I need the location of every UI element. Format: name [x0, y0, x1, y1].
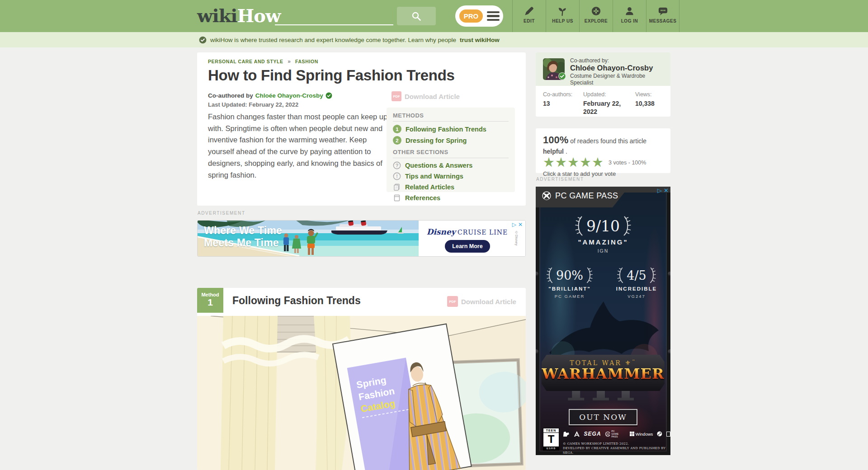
adchoices-icon[interactable]: ▷ [512, 222, 516, 227]
section-link-questions[interactable]: ? Questions & Answers [393, 161, 509, 169]
menu-item-help-us[interactable]: HELP US [546, 0, 579, 32]
pc-game-pass-header: PC GAME PASS [536, 187, 670, 207]
other-sections-heading: OTHER SECTIONS [393, 149, 509, 158]
trust-wikihow-link[interactable]: trust wikiHow [460, 37, 500, 43]
article-illustration[interactable]: Spring Fashion Catalog [197, 316, 526, 470]
laurel-icon [575, 216, 584, 236]
search-button[interactable] [397, 7, 436, 25]
method-link-2[interactable]: 2 Dressing for Spring [393, 136, 509, 145]
steam-icon [657, 431, 662, 437]
windows-icon [630, 432, 634, 436]
method-1-section: Method 1 Following Fashion Trends PDF Do… [197, 288, 526, 470]
ad-close-icon[interactable]: ✕ [664, 188, 669, 193]
star-icon[interactable]: ★ [567, 156, 580, 169]
menu-item-explore[interactable]: EXPLORE [579, 0, 613, 32]
score-text: 9/10 [586, 217, 620, 235]
method-number-box: Method 1 [197, 288, 223, 313]
adchoices-controls: ▷ ✕ [512, 222, 523, 227]
helpful-bold: helpful [543, 148, 564, 155]
ad-headline: Where We Time Meets Me Time [204, 225, 282, 249]
coauthor-name[interactable]: Chloée Ohayon-Crosby [570, 64, 653, 72]
esrb-teen-label: TEEN [543, 428, 559, 433]
star-icon[interactable]: ★ [543, 156, 555, 169]
menu-item-messages[interactable]: MESSAGES [646, 0, 679, 32]
sprout-icon [557, 6, 568, 16]
breadcrumb: PERSONAL CARE AND STYLE » FASHION [208, 58, 318, 65]
stat-value: 13 [543, 99, 572, 108]
method-link-label: Dressing for Spring [406, 137, 467, 144]
header-menu: EDIT HELP US EXPLORE LOG IN MESSAGES [512, 0, 679, 32]
section-link-label: References [405, 194, 440, 202]
article-intro-card: PERSONAL CARE AND STYLE » FASHION How to… [197, 52, 526, 206]
download-article-button[interactable]: PDF Download Article [392, 91, 460, 101]
laurel-icon [649, 266, 656, 284]
cruise-line-wordmark: CRUISE LINE [458, 229, 508, 236]
breadcrumb-link-fashion[interactable]: FASHION [295, 59, 318, 64]
menu-item-log-in[interactable]: LOG IN [613, 0, 646, 32]
game-pass-advertisement[interactable]: PC GAME PASS ▷ ✕ 9/10 "AMAZING" IGN 90% … [536, 187, 670, 455]
sega-wordmark: SEGA [584, 431, 601, 437]
adchoices-icon[interactable]: ▷ [657, 188, 662, 193]
stat-coauthors: Co-authors: 13 [543, 91, 572, 108]
search-input[interactable] [275, 13, 393, 25]
intro-paragraph: Fashion changes faster than most people … [208, 111, 388, 181]
section-link-related[interactable]: Related Articles [393, 183, 509, 191]
star-icon[interactable]: ★ [555, 156, 567, 169]
stat-label: Co-authors: [543, 91, 572, 98]
helpful-percent: 100% [543, 134, 568, 146]
banner-advertisement[interactable]: Where We Time Meets Me Time Disney CRUIS… [197, 220, 526, 257]
disney-cruise-line-logo: Disney CRUISE LINE [419, 227, 516, 236]
laurel-icon [617, 266, 624, 284]
publisher-logos: SEGA PCGAME PASS Windows [563, 430, 670, 438]
method-link-label: Following Fashion Trends [406, 126, 486, 133]
xbox-game-pass-logo: PCGAME PASS [605, 430, 626, 438]
helpful-period: . [566, 148, 567, 155]
method-link-1[interactable]: 1 Following Fashion Trends [393, 125, 509, 133]
source-text: VG247 [603, 294, 670, 299]
logo-wiki: wiki [197, 5, 237, 26]
helpfulness-text: 100% of readers found this article helpf… [543, 134, 663, 155]
wikihow-logo[interactable]: wikiHow [197, 5, 280, 26]
xbox-logo-icon [542, 191, 552, 201]
stat-label: Updated: [583, 91, 628, 98]
star-rating: ★ ★ ★ ★ ★ 3 votes - 100% [543, 156, 663, 169]
stat-value: 10,338 [635, 99, 655, 108]
pro-menu-pill[interactable]: PRO [455, 5, 503, 27]
section-link-tips[interactable]: ! Tips and Warnings [393, 172, 509, 180]
esrb-letter: T [543, 433, 559, 446]
method-box-number: 1 [197, 297, 223, 307]
esrb-rating-box: TEEN T ESRB [543, 428, 559, 451]
section-link-label: Tips and Warnings [405, 173, 463, 180]
advertisement-label: ADVERTISEMENT [536, 177, 584, 182]
section-link-label: Related Articles [405, 183, 454, 191]
author-link[interactable]: Chloée Ohayon-Crosby [255, 92, 323, 99]
learn-more-button[interactable]: Learn More [445, 240, 490, 253]
ad-close-icon[interactable]: ✕ [518, 222, 523, 227]
menu-item-edit[interactable]: EDIT [512, 0, 546, 32]
pdf-icon: PDF [447, 296, 458, 307]
page-title: How to Find Spring Fashion Trends [208, 67, 455, 84]
adchoices-controls: ▷ ✕ [657, 188, 669, 193]
pdf-icon: PDF [392, 91, 401, 101]
section-link-references[interactable]: References [393, 194, 509, 202]
download-article-button[interactable]: PDF Download Article [447, 296, 516, 307]
quote-text: "BRILLIANT" [536, 286, 604, 291]
games-workshop-icon [563, 431, 570, 437]
votes-text: 3 votes - 100% [609, 160, 646, 166]
menu-label: HELP US [552, 19, 573, 24]
menu-label: EDIT [524, 19, 535, 24]
breadcrumb-link-category[interactable]: PERSONAL CARE AND STYLE [208, 59, 283, 64]
vote-cta: Click a star to add your vote [543, 170, 663, 177]
coauthor-card: Co-authored by: Chloée Ohayon-Crosby Cos… [536, 52, 670, 117]
breadcrumb-separator: » [288, 58, 291, 65]
out-now-button[interactable]: OUT NOW [569, 409, 637, 425]
star-icon[interactable]: ★ [580, 156, 592, 169]
helpfulness-card: 100% of readers found this article helpf… [536, 128, 670, 173]
source-text: PC GAMER [536, 294, 604, 299]
search-icon [411, 11, 422, 22]
verified-check-icon [326, 92, 332, 99]
xbox-gamepass-label: GAME PASS [611, 432, 618, 438]
trademark-symbol: ™ [632, 359, 637, 363]
star-icon[interactable]: ★ [592, 156, 604, 169]
pencil-icon [524, 6, 534, 16]
